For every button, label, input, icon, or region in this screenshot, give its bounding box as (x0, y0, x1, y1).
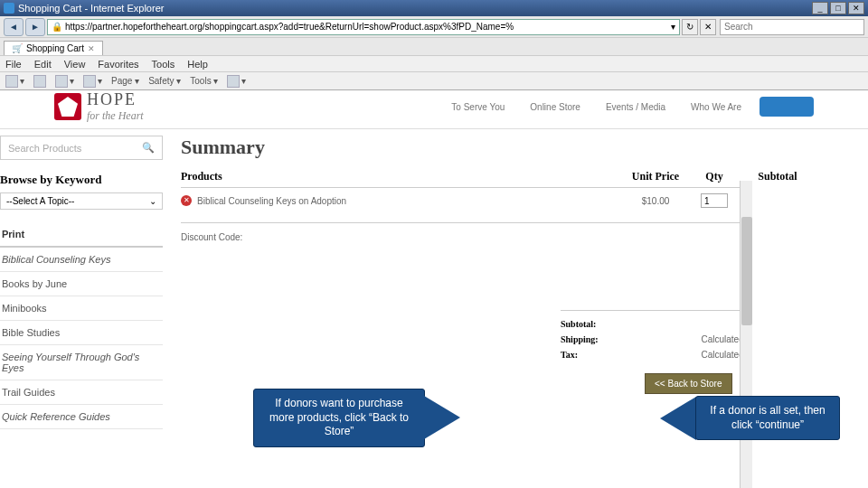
browser-search-input[interactable] (720, 19, 864, 35)
tab-favicon: 🛒 (12, 43, 23, 53)
tab-label: Shopping Cart (26, 43, 84, 53)
qty-input[interactable] (701, 193, 728, 208)
stop-button[interactable]: ✕ (700, 19, 716, 35)
site-header: HOPE for the Heart To Serve You Online S… (0, 90, 868, 129)
item-price: $10.00 (624, 196, 687, 206)
back-to-store-button[interactable]: << Back to Store (645, 373, 732, 394)
shipping-label: Shipping: (561, 334, 599, 344)
annotation-left: If donors want to purchase more products… (253, 389, 460, 447)
close-button[interactable]: ✕ (848, 2, 864, 14)
help-tool[interactable]: ▾ (227, 75, 246, 88)
subtotal-label: Subtotal: (561, 319, 596, 329)
discount-label: Discount Code: (181, 232, 814, 242)
search-icon: 🔍 (142, 142, 155, 154)
arrow-right-icon (424, 396, 460, 439)
site-logo[interactable]: HOPE for the Heart (54, 90, 144, 123)
col-qty: Qty (687, 170, 741, 183)
ie-icon (4, 3, 14, 14)
item-name[interactable]: Biblical Counseling Keys on Adoption (197, 196, 346, 206)
sidebar: Search Products 🔍 Browse by Keyword --Se… (0, 136, 163, 429)
home-tool[interactable]: ▾ (5, 75, 24, 88)
sidebar-item-seeing[interactable]: Seeing Yourself Through God's Eyes (0, 345, 163, 380)
remove-item-button[interactable]: ✕ (181, 195, 192, 206)
annotation-left-text: If donors want to purchase more products… (253, 389, 425, 447)
arrow-left-icon (660, 397, 696, 440)
cart-header-row: Products Unit Price Qty Subtotal (181, 170, 814, 188)
feeds-tool[interactable] (33, 75, 46, 88)
nav-serve[interactable]: To Serve You (451, 102, 505, 112)
col-price: Unit Price (624, 170, 687, 183)
tab-close-icon[interactable]: ✕ (88, 44, 95, 53)
safety-menu[interactable]: Safety ▾ (148, 76, 181, 86)
topic-select-value: --Select A Topic-- (6, 196, 74, 206)
sidebar-item-minibooks[interactable]: Minibooks (0, 296, 163, 321)
home-icon (5, 75, 18, 88)
window-titlebar: Shopping Cart - Internet Explorer _ □ ✕ (0, 0, 868, 16)
scroll-thumb[interactable] (741, 217, 752, 325)
sidebar-item-bible[interactable]: Bible Studies (0, 321, 163, 345)
menu-bar: File Edit View Favorites Tools Help (0, 56, 868, 72)
mail-tool[interactable]: ▾ (55, 75, 74, 88)
menu-help[interactable]: Help (187, 59, 208, 70)
lock-icon: 🔒 (52, 22, 62, 32)
blank-margin (752, 181, 868, 488)
print-icon (83, 75, 96, 88)
sidebar-item-quickref[interactable]: Quick Reference Guides (0, 405, 163, 429)
tools-menu[interactable]: Tools ▾ (190, 76, 218, 86)
rss-icon (33, 75, 46, 88)
nav-who[interactable]: Who We Are (691, 102, 741, 112)
sidebar-item-bck[interactable]: Biblical Counseling Keys (0, 248, 163, 272)
refresh-button[interactable]: ↻ (682, 19, 698, 35)
summary-heading: Summary (181, 136, 814, 159)
url-text: https://partner.hopefortheheart.org/shop… (65, 22, 671, 32)
search-products-placeholder: Search Products (8, 143, 81, 154)
col-products: Products (181, 170, 624, 183)
annotation-right: If a donor is all set, then click “conti… (660, 396, 840, 440)
nav-store[interactable]: Online Store (530, 102, 580, 112)
print-tool[interactable]: ▾ (83, 75, 102, 88)
logo-text-sub: for the Heart (87, 109, 144, 123)
topic-select[interactable]: --Select A Topic-- ⌄ (0, 192, 163, 210)
tab-bar: 🛒 Shopping Cart ✕ (0, 38, 868, 56)
menu-favorites[interactable]: Favorites (98, 59, 138, 70)
help-icon (227, 75, 240, 88)
logo-shield-icon (54, 93, 81, 120)
window-title: Shopping Cart - Internet Explorer (18, 3, 812, 14)
vertical-scrollbar[interactable] (740, 181, 752, 488)
menu-tools[interactable]: Tools (152, 59, 175, 70)
back-nav-button[interactable]: ◄ (4, 18, 24, 36)
sidebar-item-books[interactable]: Books by June (0, 272, 163, 296)
url-field[interactable]: 🔒 https://partner.hopefortheheart.org/sh… (47, 19, 680, 35)
mail-icon (55, 75, 68, 88)
browse-heading: Browse by Keyword (0, 173, 163, 187)
menu-file[interactable]: File (5, 59, 22, 70)
url-dropdown-icon[interactable]: ▾ (671, 22, 675, 32)
nav-events[interactable]: Events / Media (606, 102, 665, 112)
forward-nav-button[interactable]: ► (25, 18, 45, 36)
tab-shopping-cart[interactable]: 🛒 Shopping Cart ✕ (4, 41, 103, 55)
page-menu[interactable]: Page ▾ (111, 76, 139, 86)
menu-view[interactable]: View (64, 59, 86, 70)
minimize-button[interactable]: _ (812, 2, 828, 14)
sidebar-cat-head: Print (0, 222, 163, 248)
search-products-input[interactable]: Search Products 🔍 (0, 136, 163, 160)
sidebar-item-trail[interactable]: Trail Guides (0, 380, 163, 405)
menu-edit[interactable]: Edit (34, 59, 52, 70)
logo-text-top: HOPE (87, 90, 144, 109)
chevron-down-icon: ⌄ (149, 196, 156, 206)
annotation-right-text: If a donor is all set, then click “conti… (695, 396, 840, 440)
tax-label: Tax: (561, 350, 578, 360)
command-bar: ▾ ▾ ▾ Page ▾ Safety ▾ Tools ▾ ▾ (0, 72, 868, 90)
address-bar: ◄ ► 🔒 https://partner.hopefortheheart.or… (0, 16, 868, 38)
cart-button[interactable] (760, 97, 814, 117)
maximize-button[interactable]: □ (830, 2, 846, 14)
cart-item-row: ✕ Biblical Counseling Keys on Adoption $… (181, 188, 814, 213)
